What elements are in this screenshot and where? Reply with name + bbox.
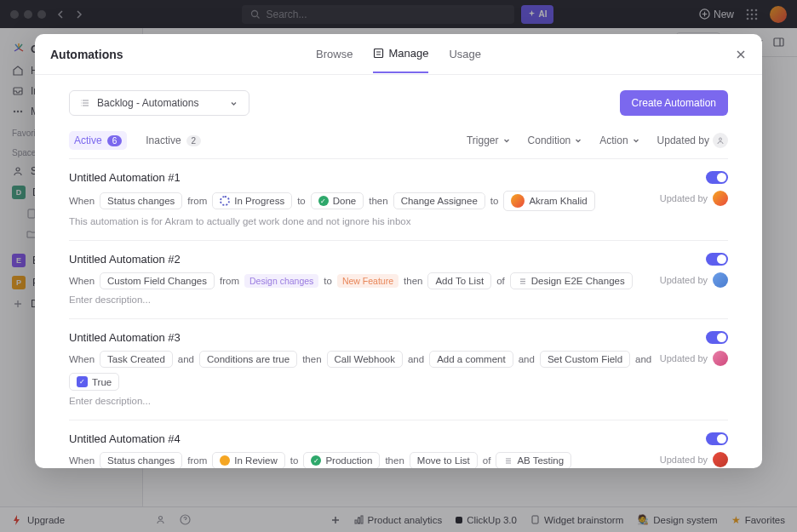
svg-point-29 [720,138,722,140]
modal-title: Automations [50,48,123,61]
avatar-icon[interactable] [713,191,728,206]
list-icon [503,456,513,466]
automation-description[interactable]: Enter description... [69,396,660,406]
done-icon: ✓ [318,196,329,206]
filter-condition[interactable]: Condition [528,134,583,146]
updated-by: Updated by [660,272,728,288]
trigger-chip[interactable]: Status changes [100,452,182,468]
trigger-chip[interactable]: Task Created [100,351,173,368]
list-icon [518,277,527,286]
status-chip[interactable]: ✓Production [303,452,380,468]
tab-manage[interactable]: Manage [373,35,428,73]
filter-inactive[interactable]: Inactive 2 [140,131,206,150]
automation-item: Untitled Automation #1 When Status chang… [69,158,728,240]
automation-item: Untitled Automation #3 When Task Created… [69,318,728,420]
assignee-chip[interactable]: Akram Khalid [503,191,594,211]
avatar-icon [511,194,525,208]
chevron-down-icon [574,136,582,145]
automation-description[interactable]: This automation is for Akram to actually… [69,216,660,226]
trigger-chip[interactable]: Custom Field Changes [100,272,215,289]
toggle-switch[interactable] [706,253,728,266]
action-chip[interactable]: Move to List [410,452,478,468]
list-chip[interactable]: Design E2E Changes [510,272,633,289]
automation-title[interactable]: Untitled Automation #4 [69,432,181,445]
automation-item: Untitled Automation #4 When Status chang… [69,420,728,468]
automation-item: Untitled Automation #2 When Custom Field… [69,240,728,318]
chevron-down-icon [632,136,640,145]
filter-action[interactable]: Action [599,134,639,146]
action-chip[interactable]: Change Assignee [393,192,485,209]
modal-overlay[interactable]: Automations Browse Manage Usage Backlog … [0,0,797,532]
condition-chip[interactable]: Conditions are true [199,351,297,368]
review-icon [220,455,230,466]
checkbox-checked-icon: ✓ [77,376,88,387]
toggle-switch[interactable] [706,432,728,445]
filter-active[interactable]: Active 6 [69,131,127,150]
status-chip[interactable]: In Progress [212,192,292,209]
done-icon: ✓ [311,455,321,466]
action-chip[interactable]: Set Custom Field [540,351,630,368]
toggle-switch[interactable] [706,171,728,184]
avatar-icon[interactable] [713,452,728,467]
updated-by: Updated by [660,452,728,467]
chevron-down-icon [502,136,511,145]
filter-updated-by[interactable]: Updated by [657,133,728,148]
tab-browse[interactable]: Browse [316,35,353,73]
filter-trigger[interactable]: Trigger [467,134,511,146]
create-automation-button[interactable]: Create Automation [620,90,728,116]
tag-chip[interactable]: Design changes [244,274,318,288]
progress-icon [220,196,230,206]
avatar-placeholder-icon [713,133,728,148]
action-chip[interactable]: Call Webhook [327,351,403,368]
automations-modal: Automations Browse Manage Usage Backlog … [35,34,762,468]
status-chip[interactable]: ✓Done [311,192,364,209]
tab-usage[interactable]: Usage [449,35,481,73]
updated-by: Updated by [660,351,728,366]
avatar-icon[interactable] [713,351,728,366]
value-chip[interactable]: ✓True [69,373,119,391]
tag-chip[interactable]: New Feature [337,274,398,288]
svg-rect-28 [375,49,383,58]
trigger-chip[interactable]: Status changes [100,192,182,209]
automation-title[interactable]: Untitled Automation #2 [69,253,181,266]
automation-description[interactable]: Enter description... [69,295,660,305]
list-icon [80,98,90,108]
close-button[interactable] [735,49,747,60]
avatar-icon[interactable] [713,272,728,288]
automation-title[interactable]: Untitled Automation #3 [69,331,181,344]
updated-by: Updated by [660,191,728,206]
automation-title[interactable]: Untitled Automation #1 [69,171,181,184]
close-icon [735,49,747,60]
manage-icon [373,48,384,59]
chevron-down-icon [229,99,238,108]
list-chip[interactable]: AB Testing [496,452,571,468]
action-chip[interactable]: Add a comment [429,351,513,368]
action-chip[interactable]: Add To List [427,272,491,289]
status-chip[interactable]: In Review [212,452,285,468]
scope-selector[interactable]: Backlog - Automations [69,90,249,116]
toggle-switch[interactable] [706,331,728,344]
